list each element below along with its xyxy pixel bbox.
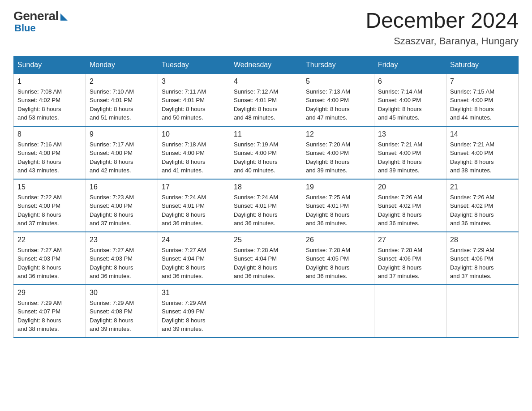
- day-info: Sunrise: 7:28 AMSunset: 4:05 PMDaylight:…: [306, 246, 370, 281]
- day-number: 5: [306, 77, 370, 86]
- day-number: 28: [450, 236, 515, 244]
- calendar-cell: 5Sunrise: 7:13 AMSunset: 4:00 PMDaylight…: [302, 73, 374, 126]
- calendar-cell: 3Sunrise: 7:11 AMSunset: 4:01 PMDaylight…: [158, 73, 230, 126]
- day-number: 24: [162, 236, 226, 244]
- header-sunday: Sunday: [14, 56, 86, 73]
- day-number: 19: [306, 183, 370, 191]
- day-info: Sunrise: 7:27 AMSunset: 4:03 PMDaylight:…: [90, 246, 154, 281]
- day-number: 3: [162, 77, 226, 86]
- calendar-cell: 18Sunrise: 7:24 AMSunset: 4:01 PMDayligh…: [230, 179, 302, 232]
- day-info: Sunrise: 7:21 AMSunset: 4:00 PMDaylight:…: [378, 140, 442, 175]
- day-info: Sunrise: 7:28 AMSunset: 4:04 PMDaylight:…: [234, 246, 298, 281]
- day-number: 26: [306, 236, 370, 244]
- calendar-cell: 28Sunrise: 7:29 AMSunset: 4:06 PMDayligh…: [446, 232, 519, 285]
- day-info: Sunrise: 7:21 AMSunset: 4:00 PMDaylight:…: [450, 140, 515, 175]
- day-number: 14: [450, 130, 515, 138]
- calendar-header-row: SundayMondayTuesdayWednesdayThursdayFrid…: [14, 56, 519, 73]
- calendar-cell: [374, 285, 446, 338]
- calendar-cell: 19Sunrise: 7:25 AMSunset: 4:01 PMDayligh…: [302, 179, 374, 232]
- calendar-cell: 8Sunrise: 7:16 AMSunset: 4:00 PMDaylight…: [14, 126, 86, 179]
- day-info: Sunrise: 7:29 AMSunset: 4:08 PMDaylight:…: [90, 299, 154, 334]
- day-info: Sunrise: 7:27 AMSunset: 4:03 PMDaylight:…: [17, 246, 82, 281]
- day-info: Sunrise: 7:23 AMSunset: 4:00 PMDaylight:…: [90, 193, 154, 228]
- day-number: 9: [90, 130, 154, 138]
- calendar-cell: 20Sunrise: 7:26 AMSunset: 4:02 PMDayligh…: [374, 179, 446, 232]
- calendar-cell: 29Sunrise: 7:29 AMSunset: 4:07 PMDayligh…: [14, 285, 86, 338]
- page-header: General Blue December 2024 Szaszvar, Bar…: [13, 9, 519, 47]
- day-number: 6: [378, 77, 442, 86]
- header-tuesday: Tuesday: [158, 56, 230, 73]
- calendar-cell: 24Sunrise: 7:27 AMSunset: 4:04 PMDayligh…: [158, 232, 230, 285]
- calendar-cell: 1Sunrise: 7:08 AMSunset: 4:02 PMDaylight…: [14, 73, 86, 126]
- day-info: Sunrise: 7:16 AMSunset: 4:00 PMDaylight:…: [17, 140, 82, 175]
- calendar-cell: [446, 285, 519, 338]
- day-info: Sunrise: 7:20 AMSunset: 4:00 PMDaylight:…: [306, 140, 370, 175]
- day-number: 23: [90, 236, 154, 244]
- day-number: 4: [234, 77, 298, 86]
- day-info: Sunrise: 7:19 AMSunset: 4:00 PMDaylight:…: [234, 140, 298, 175]
- calendar-table: SundayMondayTuesdayWednesdayThursdayFrid…: [13, 56, 519, 338]
- day-number: 1: [17, 77, 82, 86]
- day-number: 7: [450, 77, 515, 86]
- calendar-cell: 11Sunrise: 7:19 AMSunset: 4:00 PMDayligh…: [230, 126, 302, 179]
- day-info: Sunrise: 7:12 AMSunset: 4:01 PMDaylight:…: [234, 87, 298, 122]
- day-info: Sunrise: 7:25 AMSunset: 4:01 PMDaylight:…: [306, 193, 370, 228]
- day-number: 17: [162, 183, 226, 191]
- calendar-week-row: 15Sunrise: 7:22 AMSunset: 4:00 PMDayligh…: [14, 179, 519, 232]
- day-info: Sunrise: 7:29 AMSunset: 4:09 PMDaylight:…: [162, 299, 226, 334]
- calendar-cell: 27Sunrise: 7:28 AMSunset: 4:06 PMDayligh…: [374, 232, 446, 285]
- logo-blue-text: Blue: [14, 22, 36, 34]
- logo: General Blue: [13, 9, 68, 34]
- calendar-cell: 21Sunrise: 7:26 AMSunset: 4:02 PMDayligh…: [446, 179, 519, 232]
- day-number: 15: [17, 183, 82, 191]
- logo-general-text: General: [13, 9, 59, 23]
- day-number: 11: [234, 130, 298, 138]
- day-info: Sunrise: 7:18 AMSunset: 4:00 PMDaylight:…: [162, 140, 226, 175]
- calendar-cell: [302, 285, 374, 338]
- calendar-cell: 15Sunrise: 7:22 AMSunset: 4:00 PMDayligh…: [14, 179, 86, 232]
- header-friday: Friday: [374, 56, 446, 73]
- day-info: Sunrise: 7:14 AMSunset: 4:00 PMDaylight:…: [378, 87, 442, 122]
- logo-arrow-icon: [60, 13, 68, 21]
- day-info: Sunrise: 7:29 AMSunset: 4:07 PMDaylight:…: [17, 299, 82, 334]
- calendar-cell: 22Sunrise: 7:27 AMSunset: 4:03 PMDayligh…: [14, 232, 86, 285]
- day-info: Sunrise: 7:27 AMSunset: 4:04 PMDaylight:…: [162, 246, 226, 281]
- day-info: Sunrise: 7:26 AMSunset: 4:02 PMDaylight:…: [450, 193, 515, 228]
- day-info: Sunrise: 7:29 AMSunset: 4:06 PMDaylight:…: [450, 246, 515, 281]
- day-info: Sunrise: 7:15 AMSunset: 4:00 PMDaylight:…: [450, 87, 515, 122]
- day-number: 16: [90, 183, 154, 191]
- day-info: Sunrise: 7:10 AMSunset: 4:01 PMDaylight:…: [90, 87, 154, 122]
- calendar-cell: 23Sunrise: 7:27 AMSunset: 4:03 PMDayligh…: [86, 232, 158, 285]
- day-number: 13: [378, 130, 442, 138]
- day-info: Sunrise: 7:24 AMSunset: 4:01 PMDaylight:…: [162, 193, 226, 228]
- calendar-cell: 10Sunrise: 7:18 AMSunset: 4:00 PMDayligh…: [158, 126, 230, 179]
- calendar-cell: 25Sunrise: 7:28 AMSunset: 4:04 PMDayligh…: [230, 232, 302, 285]
- header-saturday: Saturday: [446, 56, 519, 73]
- calendar-cell: 30Sunrise: 7:29 AMSunset: 4:08 PMDayligh…: [86, 285, 158, 338]
- day-number: 10: [162, 130, 226, 138]
- calendar-cell: 13Sunrise: 7:21 AMSunset: 4:00 PMDayligh…: [374, 126, 446, 179]
- calendar-week-row: 29Sunrise: 7:29 AMSunset: 4:07 PMDayligh…: [14, 285, 519, 338]
- day-number: 31: [162, 289, 226, 297]
- calendar-cell: 12Sunrise: 7:20 AMSunset: 4:00 PMDayligh…: [302, 126, 374, 179]
- day-number: 2: [90, 77, 154, 86]
- day-info: Sunrise: 7:22 AMSunset: 4:00 PMDaylight:…: [17, 193, 82, 228]
- calendar-cell: 6Sunrise: 7:14 AMSunset: 4:00 PMDaylight…: [374, 73, 446, 126]
- day-number: 12: [306, 130, 370, 138]
- day-info: Sunrise: 7:11 AMSunset: 4:01 PMDaylight:…: [162, 87, 226, 122]
- month-year-title: December 2024: [365, 9, 519, 33]
- header-thursday: Thursday: [302, 56, 374, 73]
- day-info: Sunrise: 7:17 AMSunset: 4:00 PMDaylight:…: [90, 140, 154, 175]
- title-block: December 2024 Szaszvar, Baranya, Hungary: [365, 9, 519, 47]
- day-info: Sunrise: 7:24 AMSunset: 4:01 PMDaylight:…: [234, 193, 298, 228]
- header-monday: Monday: [86, 56, 158, 73]
- day-number: 8: [17, 130, 82, 138]
- calendar-cell: 14Sunrise: 7:21 AMSunset: 4:00 PMDayligh…: [446, 126, 519, 179]
- location-subtitle: Szaszvar, Baranya, Hungary: [365, 35, 519, 47]
- calendar-cell: 7Sunrise: 7:15 AMSunset: 4:00 PMDaylight…: [446, 73, 519, 126]
- day-info: Sunrise: 7:08 AMSunset: 4:02 PMDaylight:…: [17, 87, 82, 122]
- calendar-cell: [230, 285, 302, 338]
- day-info: Sunrise: 7:28 AMSunset: 4:06 PMDaylight:…: [378, 246, 442, 281]
- calendar-week-row: 8Sunrise: 7:16 AMSunset: 4:00 PMDaylight…: [14, 126, 519, 179]
- day-number: 27: [378, 236, 442, 244]
